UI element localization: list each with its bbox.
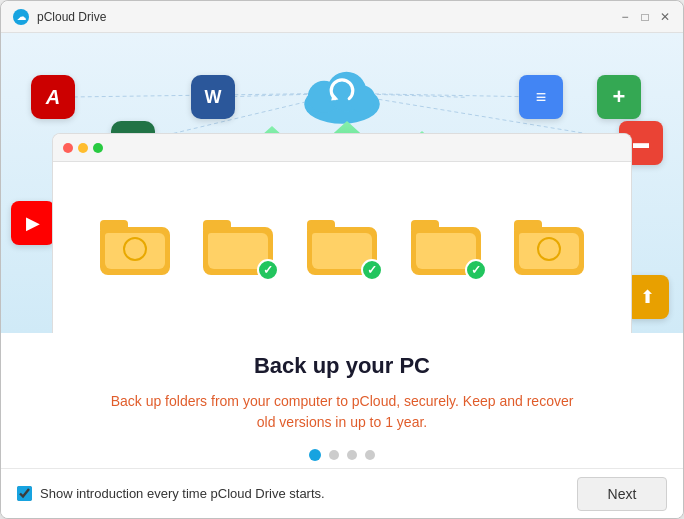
checkbox-area: Show introduction every time pCloud Driv… <box>17 486 577 501</box>
pagination-dots <box>309 449 375 461</box>
next-button[interactable]: Next <box>577 477 667 511</box>
close-button[interactable]: ✕ <box>659 11 671 23</box>
browser-maximize-dot <box>93 143 103 153</box>
content-area: Back up your PC Back up folders from you… <box>1 333 683 468</box>
adobe-icon: A <box>31 75 75 119</box>
folder-icon-3: ✓ <box>307 220 377 275</box>
folder-check-3: ✓ <box>361 259 383 281</box>
folder-icon-2: ✓ <box>203 220 273 275</box>
folder-icon-4: ✓ <box>411 220 481 275</box>
window-controls: − □ ✕ <box>619 11 671 23</box>
maximize-button[interactable]: □ <box>639 11 651 23</box>
minimize-button[interactable]: − <box>619 11 631 23</box>
illustration-area: A W X ≡ + ▬ ▶ ⬆ <box>1 33 683 333</box>
main-description: Back up folders from your computer to pC… <box>102 391 582 433</box>
dot-1 <box>309 449 321 461</box>
folder-icon-1 <box>100 220 170 275</box>
folder-icon-5 <box>514 220 584 275</box>
dot-2 <box>329 450 339 460</box>
dot-3 <box>347 450 357 460</box>
folder-check-2: ✓ <box>257 259 279 281</box>
folder-4: ✓ <box>411 220 481 275</box>
browser-close-dot <box>63 143 73 153</box>
browser-mockup: ✓ ✓ <box>52 133 632 333</box>
window-title: pCloud Drive <box>37 10 619 24</box>
word-icon: W <box>191 75 235 119</box>
browser-minimize-dot <box>78 143 88 153</box>
browser-bar <box>53 134 631 162</box>
folder-check-4: ✓ <box>465 259 487 281</box>
show-intro-checkbox[interactable] <box>17 486 32 501</box>
main-title: Back up your PC <box>254 353 430 379</box>
plus-icon: + <box>597 75 641 119</box>
folder-3: ✓ <box>307 220 377 275</box>
folder-5 <box>514 220 584 275</box>
youtube-icon: ▶ <box>11 201 55 245</box>
folder-2: ✓ <box>203 220 273 275</box>
docs-icon: ≡ <box>519 75 563 119</box>
folder-1 <box>100 220 170 275</box>
cloud-icon <box>292 51 392 131</box>
dot-4 <box>365 450 375 460</box>
main-window: ☁ pCloud Drive − □ ✕ A <box>0 0 684 519</box>
title-bar: ☁ pCloud Drive − □ ✕ <box>1 1 683 33</box>
show-intro-label: Show introduction every time pCloud Driv… <box>40 486 325 501</box>
footer: Show introduction every time pCloud Driv… <box>1 468 683 518</box>
browser-content: ✓ ✓ <box>53 162 631 333</box>
app-icon: ☁ <box>13 9 29 25</box>
